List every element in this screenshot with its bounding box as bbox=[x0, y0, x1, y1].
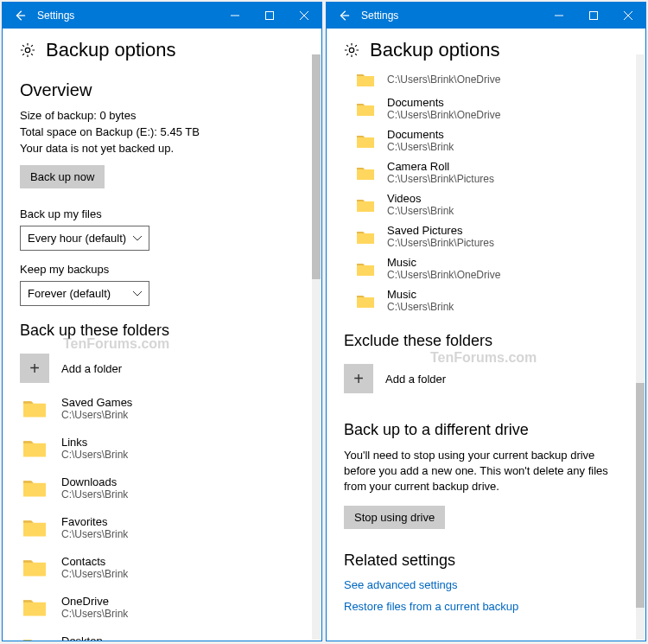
folder-name: Saved Pictures bbox=[387, 224, 494, 237]
add-folder-button[interactable]: + Add a folder bbox=[20, 348, 304, 388]
folder-path: C:\Users\Brink bbox=[61, 449, 128, 461]
folder-icon bbox=[20, 592, 49, 622]
folder-icon bbox=[20, 473, 49, 502]
svg-point-1 bbox=[25, 48, 29, 52]
folder-icon bbox=[356, 163, 375, 182]
folder-icon bbox=[20, 393, 49, 423]
keep-label: Keep my backups bbox=[20, 263, 304, 276]
list-item[interactable]: Saved GamesC:\Users\Brink bbox=[20, 388, 304, 428]
folder-name: Contacts bbox=[61, 555, 128, 568]
frequency-select[interactable]: Every hour (default) bbox=[20, 226, 149, 251]
folder-path: C:\Users\Brink bbox=[61, 608, 128, 620]
folder-icon bbox=[20, 632, 49, 641]
list-item[interactable]: VideosC:\Users\Brink bbox=[356, 188, 628, 220]
folder-path: C:\Users\Brink bbox=[61, 409, 132, 421]
maximize-button[interactable] bbox=[252, 3, 287, 29]
folder-path: C:\Users\Brink bbox=[61, 528, 128, 540]
folder-path: C:\Users\Brink bbox=[61, 488, 128, 501]
folder-icon bbox=[356, 70, 375, 89]
add-folder-button[interactable]: + Add a folder bbox=[344, 359, 628, 399]
folder-path: C:\Users\Brink bbox=[61, 568, 128, 580]
folder-icon bbox=[356, 259, 375, 278]
frequency-label: Back up my files bbox=[20, 207, 304, 220]
gear-icon bbox=[344, 42, 359, 58]
advanced-settings-link[interactable]: See advanced settings bbox=[344, 578, 628, 591]
status-line: Your data is not yet backed up. bbox=[20, 142, 304, 155]
frequency-value: Every hour (default) bbox=[28, 232, 126, 245]
keep-select[interactable]: Forever (default) bbox=[20, 281, 149, 306]
list-item[interactable]: MusicC:\Users\Brink\OneDrive bbox=[356, 252, 628, 284]
back-button[interactable] bbox=[327, 10, 361, 22]
folder-path: C:\Users\Brink bbox=[387, 301, 454, 313]
list-item[interactable]: FavoritesC:\Users\Brink bbox=[20, 507, 304, 547]
titlebar: Settings bbox=[3, 3, 321, 29]
plus-icon: + bbox=[344, 364, 373, 393]
folder-name: Videos bbox=[387, 192, 454, 205]
backup-size: Size of backup: 0 bytes bbox=[20, 109, 304, 122]
folder-path: C:\Users\Brink\Pictures bbox=[387, 237, 494, 249]
page-title: Backup options bbox=[370, 39, 499, 61]
overview-heading: Overview bbox=[20, 80, 304, 100]
list-item[interactable]: DesktopC:\Users\Brink bbox=[20, 627, 304, 641]
folder-icon bbox=[20, 433, 49, 462]
list-item[interactable]: MusicC:\Users\Brink bbox=[356, 284, 628, 316]
window-title: Settings bbox=[37, 10, 218, 22]
scrollbar-thumb[interactable] bbox=[636, 383, 645, 608]
list-item[interactable]: Camera RollC:\Users\Brink\Pictures bbox=[356, 156, 628, 188]
back-button[interactable] bbox=[3, 10, 37, 22]
folder-name: Music bbox=[387, 256, 500, 269]
list-item[interactable]: C:\Users\Brink\OneDrive bbox=[356, 68, 628, 92]
maximize-button[interactable] bbox=[576, 3, 611, 29]
plus-icon: + bbox=[20, 354, 49, 383]
folder-icon bbox=[356, 99, 375, 118]
close-button[interactable] bbox=[611, 3, 645, 29]
folder-name: Favorites bbox=[61, 515, 128, 528]
scrollbar[interactable] bbox=[636, 54, 645, 640]
folder-path: C:\Users\Brink\Pictures bbox=[387, 173, 494, 185]
folder-icon bbox=[356, 227, 375, 246]
keep-value: Forever (default) bbox=[28, 287, 111, 300]
list-item[interactable]: DocumentsC:\Users\Brink bbox=[356, 124, 628, 156]
svg-point-3 bbox=[349, 48, 353, 52]
folder-icon bbox=[356, 131, 375, 150]
folder-name: Documents bbox=[387, 96, 500, 109]
page-title: Backup options bbox=[46, 39, 175, 61]
stop-using-drive-button[interactable]: Stop using drive bbox=[344, 506, 445, 529]
different-drive-heading: Back up to a different drive bbox=[344, 421, 628, 439]
folder-path: C:\Users\Brink bbox=[387, 141, 454, 153]
folder-name: Documents bbox=[387, 128, 454, 141]
list-item[interactable]: LinksC:\Users\Brink bbox=[20, 428, 304, 468]
folder-icon bbox=[356, 291, 375, 310]
minimize-button[interactable] bbox=[218, 3, 252, 29]
settings-window-right: Settings Backup options C:\Users\Brink\O… bbox=[326, 2, 646, 641]
folder-name: Desktop bbox=[61, 634, 128, 641]
svg-rect-2 bbox=[590, 12, 598, 20]
svg-rect-0 bbox=[266, 12, 274, 20]
folder-path: C:\Users\Brink\OneDrive bbox=[387, 109, 500, 121]
folder-name: Music bbox=[387, 288, 454, 301]
list-item[interactable]: DownloadsC:\Users\Brink bbox=[20, 468, 304, 507]
chevron-down-icon bbox=[133, 291, 142, 296]
close-button[interactable] bbox=[287, 3, 321, 29]
list-item[interactable]: OneDriveC:\Users\Brink bbox=[20, 587, 304, 627]
chevron-down-icon bbox=[133, 236, 142, 241]
exclude-heading: Exclude these folders bbox=[344, 332, 628, 350]
folder-name: OneDrive bbox=[61, 595, 128, 608]
total-space: Total space on Backup (E:): 5.45 TB bbox=[20, 125, 304, 138]
scrollbar[interactable] bbox=[312, 54, 321, 640]
folder-name: Downloads bbox=[61, 475, 128, 488]
related-heading: Related settings bbox=[344, 552, 628, 570]
folder-icon bbox=[356, 195, 375, 214]
backup-now-button[interactable]: Back up now bbox=[20, 165, 105, 188]
minimize-button[interactable] bbox=[542, 3, 576, 29]
restore-files-link[interactable]: Restore files from a current backup bbox=[344, 600, 628, 613]
backup-folders-heading: Back up these folders bbox=[20, 322, 304, 340]
list-item[interactable]: Saved PicturesC:\Users\Brink\Pictures bbox=[356, 220, 628, 252]
folder-name: Links bbox=[61, 436, 128, 449]
list-item[interactable]: ContactsC:\Users\Brink bbox=[20, 547, 304, 587]
back-arrow-icon bbox=[338, 10, 350, 22]
folder-icon bbox=[20, 552, 49, 582]
scrollbar-thumb[interactable] bbox=[312, 54, 321, 279]
list-item[interactable]: DocumentsC:\Users\Brink\OneDrive bbox=[356, 92, 628, 124]
gear-icon bbox=[20, 42, 35, 58]
